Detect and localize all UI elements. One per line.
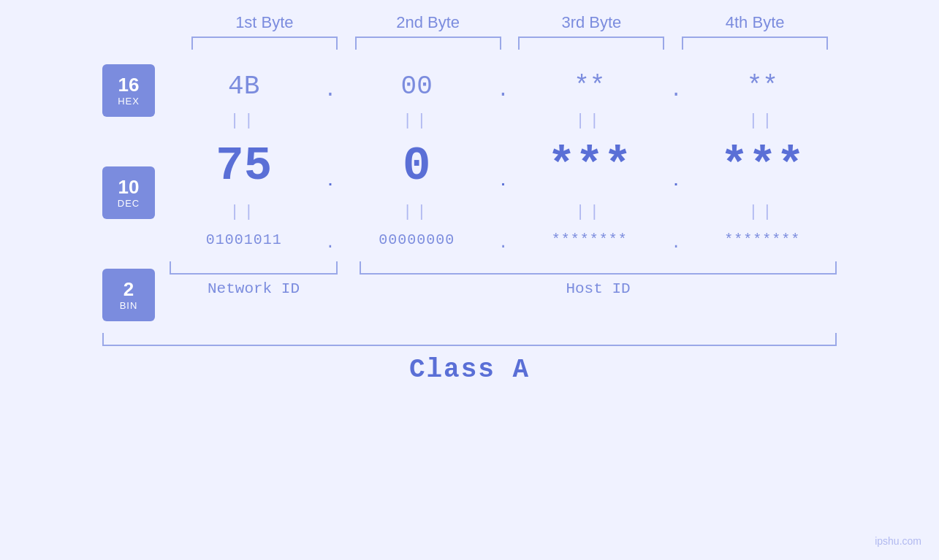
equals-row-1: || || || ||: [170, 109, 837, 133]
bin-b3: ********: [517, 224, 663, 256]
bracket-4: [682, 37, 828, 50]
byte-headers: 1st Byte 2nd Byte 3rd Byte 4th Byte: [102, 13, 837, 32]
equals-8: ||: [689, 203, 835, 221]
byte-header-3: 3rd Byte: [518, 13, 664, 32]
bin-row: 01001011 . 00000000 . ******** . *******…: [170, 224, 837, 256]
bin-b2: 00000000: [343, 224, 490, 256]
content-area: 16 HEX 10 DEC 2 BIN 4B . 00 . ** . **: [102, 57, 837, 321]
base-labels: 16 HEX 10 DEC 2 BIN: [102, 64, 155, 321]
hex-badge: 16 HEX: [102, 64, 155, 117]
hex-dot-1: .: [319, 64, 341, 101]
dec-b4: ***: [689, 133, 835, 200]
bin-b4: ********: [689, 224, 835, 256]
dec-row: 75 . 0 . *** . ***: [170, 133, 837, 200]
class-label-container: Class A: [102, 355, 837, 385]
dec-number: 10: [118, 177, 140, 198]
equals-row-2: || || || ||: [170, 200, 837, 224]
bracket-1: [191, 37, 338, 50]
bracket-3: [518, 37, 664, 50]
bin-dot-3: .: [665, 227, 687, 253]
byte-header-1: 1st Byte: [191, 13, 338, 32]
main-container: 1st Byte 2nd Byte 3rd Byte 4th Byte 16 H…: [0, 0, 939, 560]
full-bottom-bracket-container: [102, 333, 837, 346]
bin-dot-2: .: [492, 227, 514, 253]
top-brackets: [102, 37, 837, 50]
hex-b3: **: [517, 57, 663, 109]
hex-row: 4B . 00 . ** . **: [170, 57, 837, 109]
network-bracket: [170, 261, 338, 275]
network-id-label: Network ID: [170, 280, 338, 297]
equals-3: ||: [517, 112, 663, 130]
bin-b1: 01001011: [171, 224, 317, 256]
byte-header-4: 4th Byte: [682, 13, 828, 32]
equals-7: ||: [517, 203, 663, 221]
bin-number: 2: [123, 279, 134, 300]
dec-name: DEC: [118, 198, 140, 209]
bin-name: BIN: [120, 300, 138, 311]
bracket-2: [355, 37, 501, 50]
hex-dot-3: .: [665, 64, 687, 101]
equals-1: ||: [171, 112, 317, 130]
byte-header-2: 2nd Byte: [355, 13, 501, 32]
dec-dot-2: .: [492, 144, 514, 190]
hex-name: HEX: [118, 96, 140, 107]
bin-dot-1: .: [319, 227, 341, 253]
host-id-label: Host ID: [360, 280, 837, 297]
full-bottom-bracket: [102, 333, 837, 346]
equals-5: ||: [171, 203, 317, 221]
dec-dot-1: .: [319, 144, 341, 190]
id-labels: Network ID Host ID: [170, 280, 837, 297]
dec-b3: ***: [517, 133, 663, 200]
hex-b2: 00: [343, 57, 490, 109]
equals-2: ||: [343, 112, 490, 130]
dec-dot-3: .: [665, 144, 687, 190]
bottom-brackets: [170, 261, 837, 275]
equals-4: ||: [689, 112, 835, 130]
watermark: ipshu.com: [875, 535, 921, 547]
bin-badge: 2 BIN: [102, 269, 155, 321]
dec-b1: 75: [171, 133, 317, 200]
hex-b1: 4B: [171, 57, 317, 109]
class-label: Class A: [409, 355, 530, 385]
hex-number: 16: [118, 74, 140, 96]
host-bracket: [360, 261, 837, 275]
dec-b2: 0: [343, 133, 490, 200]
dec-badge: 10 DEC: [102, 166, 155, 219]
hex-dot-2: .: [492, 64, 514, 101]
equals-6: ||: [343, 203, 490, 221]
hex-b4: **: [689, 57, 835, 109]
values-grid: 4B . 00 . ** . ** || || || || 75: [170, 57, 837, 297]
